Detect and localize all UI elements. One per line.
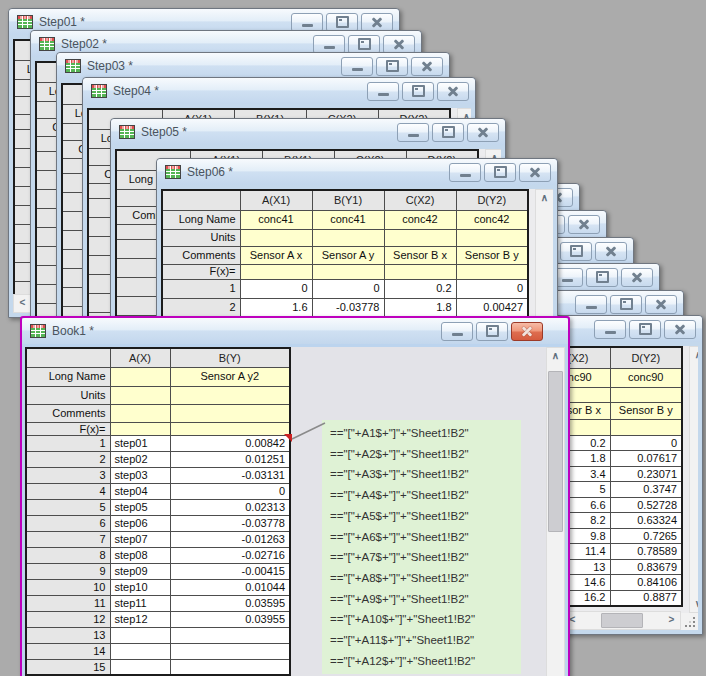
scrollbar-thumb[interactable]	[548, 371, 563, 532]
corner-cell[interactable]	[26, 348, 110, 367]
data-cell[interactable]: step07	[110, 531, 170, 547]
row-number[interactable]: 7	[26, 531, 110, 547]
row-number[interactable]: 14	[26, 643, 110, 659]
row-label[interactable]: Units	[26, 386, 110, 404]
row-number[interactable]: 1	[26, 435, 110, 451]
label-cell[interactable]	[456, 264, 528, 279]
close-button[interactable]	[568, 215, 600, 234]
label-cell[interactable]	[110, 404, 170, 422]
row-label[interactable]: Comments	[162, 246, 240, 264]
label-cell[interactable]: Sensor A x	[240, 246, 312, 264]
row-number[interactable]: 11	[26, 595, 110, 611]
label-cell[interactable]	[110, 386, 170, 404]
restore-button[interactable]	[629, 320, 661, 339]
data-cell[interactable]	[110, 659, 170, 675]
label-cell[interactable]	[384, 229, 456, 246]
data-cell[interactable]: step10	[110, 579, 170, 595]
row-number[interactable]: 3	[26, 467, 110, 483]
label-cell[interactable]	[110, 422, 170, 435]
row-label[interactable]: Long Name	[26, 367, 110, 386]
data-cell[interactable]: step09	[110, 563, 170, 579]
row-number[interactable]: 15	[26, 659, 110, 675]
data-cell[interactable]: 0.01251	[170, 451, 290, 467]
data-cell[interactable]: 0.01044	[170, 579, 290, 595]
scroll-up-arrow-icon[interactable]: ∧	[547, 348, 564, 364]
data-cell[interactable]	[170, 643, 290, 659]
scrollbar-track[interactable]	[581, 612, 663, 629]
data-cell[interactable]: 0.03955	[170, 611, 290, 627]
data-cell[interactable]: 0.84106	[610, 575, 682, 591]
label-cell[interactable]: conc90	[610, 368, 682, 387]
close-button[interactable]	[664, 320, 696, 339]
restore-button[interactable]	[432, 123, 464, 142]
row-label[interactable]: Comments	[26, 404, 110, 422]
data-cell[interactable]: 0.23071	[610, 466, 682, 482]
label-cell[interactable]: Sensor B x	[384, 246, 456, 264]
data-cell[interactable]: 0.63324	[610, 513, 682, 529]
row-number[interactable]: 9	[26, 563, 110, 579]
label-cell[interactable]	[610, 419, 682, 435]
label-cell[interactable]	[240, 229, 312, 246]
titlebar-step06[interactable]: Step06 *	[157, 159, 557, 185]
label-cell[interactable]: conc42	[384, 210, 456, 229]
data-cell[interactable]: 0.83679	[610, 559, 682, 575]
row-label[interactable]: Long Name	[162, 210, 240, 229]
label-cell[interactable]	[312, 264, 384, 279]
label-cell[interactable]	[312, 229, 384, 246]
data-cell[interactable]	[170, 627, 290, 643]
close-button[interactable]	[519, 163, 551, 182]
restore-button[interactable]	[376, 57, 408, 76]
column-header[interactable]: B(Y1)	[312, 190, 384, 210]
data-cell[interactable]	[110, 627, 170, 643]
minimize-button[interactable]	[397, 123, 429, 142]
close-button[interactable]	[511, 322, 543, 341]
data-cell[interactable]: 0	[312, 279, 384, 298]
data-cell[interactable]: 0.00842	[170, 435, 290, 451]
close-button[interactable]	[361, 13, 393, 32]
restore-button[interactable]	[348, 35, 380, 54]
column-header[interactable]: A(X)	[110, 348, 170, 367]
vertical-scrollbar[interactable]: ∧	[546, 347, 565, 676]
close-button[interactable]	[467, 123, 499, 142]
data-cell[interactable]: -0.02716	[170, 547, 290, 563]
data-cell[interactable]: -0.01263	[170, 531, 290, 547]
data-cell[interactable]: 0.02313	[170, 499, 290, 515]
data-cell[interactable]: step08	[110, 547, 170, 563]
close-button[interactable]	[645, 295, 677, 314]
label-cell[interactable]: conc41	[312, 210, 384, 229]
label-cell[interactable]	[240, 264, 312, 279]
data-cell[interactable]: 0	[170, 483, 290, 499]
resize-grip[interactable]	[681, 613, 698, 630]
data-cell[interactable]: -0.03131	[170, 467, 290, 483]
row-label[interactable]: F(x)=	[162, 264, 240, 279]
scroll-right-arrow-icon[interactable]: >	[663, 612, 680, 628]
scroll-up-arrow-icon[interactable]: ∧	[690, 347, 698, 363]
minimize-button[interactable]	[367, 82, 399, 101]
corner-cell[interactable]	[162, 190, 240, 210]
column-header[interactable]: D(Y2)	[610, 347, 682, 368]
row-label[interactable]: Units	[162, 229, 240, 246]
data-cell[interactable]: step12	[110, 611, 170, 627]
row-number[interactable]: 2	[26, 451, 110, 467]
column-header[interactable]: B(Y)	[170, 348, 290, 367]
titlebar-step04[interactable]: Step04 *	[83, 78, 475, 104]
data-cell[interactable]: step01	[110, 435, 170, 451]
restore-button[interactable]	[476, 322, 508, 341]
minimize-button[interactable]	[441, 322, 473, 341]
label-cell[interactable]: Sensor A y	[312, 246, 384, 264]
label-cell[interactable]	[110, 367, 170, 386]
label-cell[interactable]: conc41	[240, 210, 312, 229]
titlebar-step03[interactable]: Step03 *	[57, 53, 449, 79]
label-cell[interactable]: Sensor B y	[610, 402, 682, 419]
data-cell[interactable]: 0	[240, 279, 312, 298]
row-number[interactable]: 12	[26, 611, 110, 627]
label-cell[interactable]: Sensor B y	[456, 246, 528, 264]
label-cell[interactable]: conc42	[456, 210, 528, 229]
label-cell[interactable]: Sensor A y2	[170, 367, 290, 386]
close-button[interactable]	[437, 82, 469, 101]
data-cell[interactable]: 0.00427	[456, 298, 528, 317]
row-number[interactable]: 10	[26, 579, 110, 595]
restore-button[interactable]	[484, 163, 516, 182]
close-button[interactable]	[621, 268, 653, 287]
data-cell[interactable]: step05	[110, 499, 170, 515]
